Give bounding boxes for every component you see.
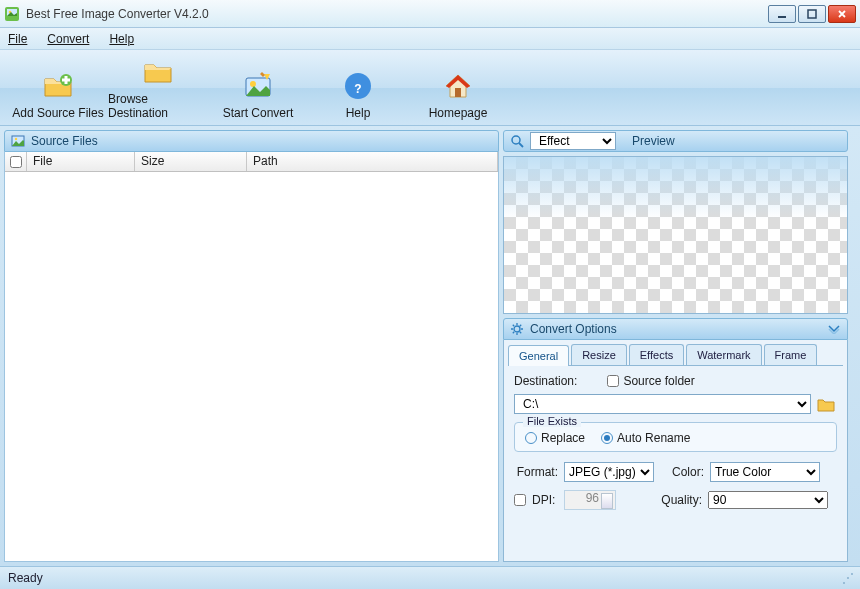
svg-line-24 — [520, 332, 521, 333]
convert-options-header: Convert Options — [503, 318, 848, 340]
toolbar-label: Help — [346, 106, 371, 120]
app-icon — [4, 6, 20, 22]
quality-select[interactable]: 90 — [708, 491, 828, 509]
dpi-checkbox[interactable] — [514, 494, 526, 506]
svg-point-15 — [15, 138, 17, 140]
tab-frame[interactable]: Frame — [764, 344, 818, 365]
home-icon — [442, 70, 474, 102]
col-path[interactable]: Path — [247, 152, 498, 171]
titlebar: Best Free Image Converter V4.2.0 — [0, 0, 860, 28]
menu-convert[interactable]: Convert — [47, 32, 89, 46]
gear-icon — [510, 322, 524, 336]
help-button[interactable]: ? Help — [308, 56, 408, 120]
quality-label: Quality: — [652, 493, 702, 507]
collapse-icon[interactable] — [827, 324, 841, 334]
zoom-icon — [510, 134, 524, 148]
svg-line-17 — [519, 143, 523, 147]
auto-rename-radio[interactable]: Auto Rename — [601, 431, 690, 445]
menu-help[interactable]: Help — [109, 32, 134, 46]
tab-effects[interactable]: Effects — [629, 344, 684, 365]
svg-rect-3 — [778, 16, 786, 18]
tab-general[interactable]: General — [508, 345, 569, 366]
convert-options-body: General Resize Effects Watermark Frame D… — [503, 340, 848, 562]
svg-point-18 — [514, 326, 520, 332]
add-source-files-button[interactable]: Add Source Files — [8, 56, 108, 120]
browse-destination-button[interactable]: Browse Destination — [108, 56, 208, 120]
homepage-button[interactable]: Homepage — [408, 56, 508, 120]
destination-label: Destination: — [514, 374, 577, 388]
svg-text:?: ? — [354, 82, 361, 96]
svg-point-9 — [250, 81, 256, 87]
tab-watermark[interactable]: Watermark — [686, 344, 761, 365]
effect-select[interactable]: Effect — [530, 132, 616, 150]
dpi-spinner[interactable]: 96 — [564, 490, 616, 510]
maximize-button[interactable] — [798, 5, 826, 23]
tabs: General Resize Effects Watermark Frame — [508, 344, 843, 366]
col-checkbox[interactable] — [5, 152, 27, 171]
source-files-header: Source Files — [4, 130, 499, 152]
col-size[interactable]: Size — [135, 152, 247, 171]
toolbar: Add Source Files Browse Destination Star… — [0, 50, 860, 126]
preview-area — [503, 156, 848, 314]
replace-radio[interactable]: Replace — [525, 431, 585, 445]
picture-icon — [11, 134, 25, 148]
format-select[interactable]: JPEG (*.jpg) — [564, 462, 654, 482]
panel-title: Convert Options — [530, 322, 617, 336]
source-files-list[interactable]: File Size Path — [4, 152, 499, 562]
toolbar-label: Start Convert — [223, 106, 294, 120]
svg-line-25 — [520, 325, 521, 326]
destination-path-select[interactable]: C:\ — [514, 394, 811, 414]
convert-icon — [242, 70, 274, 102]
svg-rect-13 — [455, 88, 461, 97]
folder-icon — [817, 396, 835, 412]
statusbar: Ready ⋰ — [0, 566, 860, 589]
folder-icon — [142, 56, 174, 88]
browse-folder-button[interactable] — [815, 394, 837, 414]
main-area: Source Files File Size Path Effect Previ… — [0, 126, 860, 566]
minimize-button[interactable] — [768, 5, 796, 23]
file-exists-group: File Exists Replace Auto Rename — [514, 422, 837, 452]
source-folder-checkbox[interactable] — [607, 375, 619, 387]
help-icon: ? — [342, 70, 374, 102]
start-convert-button[interactable]: Start Convert — [208, 56, 308, 120]
svg-rect-7 — [62, 78, 70, 81]
color-label: Color: — [668, 465, 704, 479]
source-folder-option[interactable]: Source folder — [607, 374, 694, 388]
toolbar-label: Add Source Files — [12, 106, 103, 120]
resize-grip[interactable]: ⋰ — [842, 571, 852, 585]
toolbar-label: Homepage — [429, 106, 488, 120]
dpi-label: DPI: — [532, 493, 558, 507]
status-text: Ready — [8, 571, 43, 585]
panel-title: Source Files — [31, 134, 98, 148]
tab-resize[interactable]: Resize — [571, 344, 627, 365]
menu-file[interactable]: File — [8, 32, 27, 46]
effect-preview-header: Effect Preview — [503, 130, 848, 152]
toolbar-label: Browse Destination — [108, 92, 208, 120]
window-title: Best Free Image Converter V4.2.0 — [26, 7, 768, 21]
svg-rect-4 — [808, 10, 816, 18]
preview-label: Preview — [632, 134, 675, 148]
menubar: File Convert Help — [0, 28, 860, 50]
format-label: Format: — [514, 465, 558, 479]
svg-point-16 — [512, 136, 520, 144]
select-all-checkbox[interactable] — [10, 156, 22, 168]
color-select[interactable]: True Color — [710, 462, 820, 482]
file-exists-legend: File Exists — [523, 415, 581, 427]
close-button[interactable] — [828, 5, 856, 23]
folder-add-icon — [42, 70, 74, 102]
svg-line-23 — [513, 325, 514, 326]
col-file[interactable]: File — [27, 152, 135, 171]
table-header: File Size Path — [5, 152, 498, 172]
svg-line-26 — [513, 332, 514, 333]
